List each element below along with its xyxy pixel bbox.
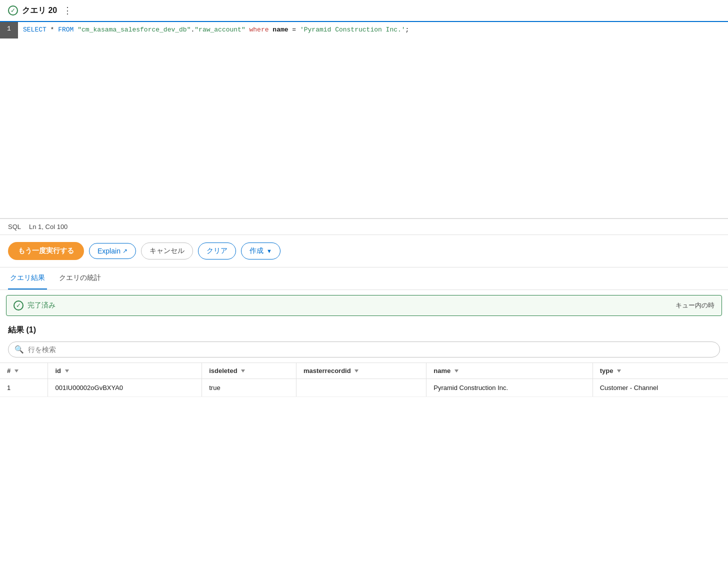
run-button[interactable]: もう一度実行する [8,242,84,260]
status-left: ✓ 完了済み [14,300,56,310]
table-row: 1 001IU00002oGvBXYA0 true Pyramid Constr… [0,378,728,396]
cell-isdeleted: true [202,378,296,396]
external-link-icon: ↗ [122,248,128,254]
check-circle-icon: ✓ [8,6,18,16]
table-header-row: # id isdeleted masterrecordid name type [0,362,728,378]
sql-equals: = [288,26,300,34]
more-options-icon[interactable]: ⋮ [63,5,72,16]
toolbar: もう一度実行する Explain ↗ キャンセル クリア 作成 ▼ [0,235,728,268]
sql-semicolon: ; [406,26,410,34]
filter-icon-type [617,370,621,372]
sql-name-field: name [269,26,288,34]
search-input[interactable] [28,346,714,354]
tab-query-stats[interactable]: クエリの統計 [57,268,103,290]
sql-table: "raw_account" [194,26,245,34]
col-header-masterrecordid[interactable]: masterrecordid [296,362,426,378]
sql-line-1: 1 SELECT * FROM "cm_kasama_salesforce_de… [0,22,728,38]
cell-id: 001IU00002oGvBXYA0 [48,378,202,396]
results-panel: ✓ 完了済み キュー内の時 結果 (1) 🔍 # id isdeleted [0,295,728,397]
status-check-icon: ✓ [14,300,24,310]
col-header-type[interactable]: type [592,362,728,378]
sql-value: 'Pyramid Construction Inc.' [300,26,406,34]
status-right: キュー内の時 [676,301,714,310]
sql-content[interactable]: SELECT * FROM "cm_kasama_salesforce_dev_… [18,22,728,38]
clear-button[interactable]: クリア [198,242,236,260]
sql-editor[interactable]: 1 SELECT * FROM "cm_kasama_salesforce_de… [0,22,728,219]
sql-from: FROM [58,26,74,34]
results-count: (1) [26,326,36,334]
col-header-num[interactable]: # [0,362,48,378]
cell-num: 1 [0,378,48,396]
chevron-down-icon: ▼ [266,248,272,254]
cell-type: Customer - Channel [592,378,728,396]
query-title-text: クエリ 20 [22,6,57,16]
sql-language-label: SQL [8,223,21,230]
filter-icon-masterrecordid [354,370,358,372]
results-tabs: クエリ結果 クエリの統計 [0,268,728,290]
sql-editor-empty-area[interactable] [0,38,728,218]
col-header-name[interactable]: name [426,362,592,378]
col-header-id[interactable]: id [48,362,202,378]
sql-position-label: Ln 1, Col 100 [29,223,68,230]
query-title: クエリ 20 [22,6,57,16]
col-header-isdeleted[interactable]: isdeleted [202,362,296,378]
status-text: 完了済み [28,301,56,310]
filter-icon-name [454,370,458,372]
tab-query-results[interactable]: クエリ結果 [8,268,47,290]
sql-where: where [246,26,269,34]
sql-status-bar: SQL Ln 1, Col 100 [0,219,728,235]
search-icon: 🔍 [14,345,24,354]
sql-star: * [46,26,58,34]
query-header: ✓ クエリ 20 ⋮ [0,0,728,22]
create-label: 作成 [250,246,264,256]
create-button[interactable]: 作成 ▼ [241,242,280,260]
results-heading: 結果 (1) [0,321,728,338]
cancel-button[interactable]: キャンセル [141,242,193,260]
cell-masterrecordid [296,378,426,396]
search-bar[interactable]: 🔍 [8,342,720,358]
results-heading-text: 結果 [8,326,24,334]
filter-icon-isdeleted [241,370,245,372]
explain-button[interactable]: Explain ↗ [89,243,136,259]
filter-icon-num [14,370,18,372]
line-number: 1 [0,22,18,38]
sql-schema: "cm_kasama_salesforce_dev_db" [74,26,190,34]
cell-name: Pyramid Construction Inc. [426,378,592,396]
sql-select: SELECT [23,26,46,34]
filter-icon-id [65,370,69,372]
results-table: # id isdeleted masterrecordid name type [0,362,728,397]
explain-label: Explain [98,247,120,255]
status-banner: ✓ 完了済み キュー内の時 [6,295,722,316]
